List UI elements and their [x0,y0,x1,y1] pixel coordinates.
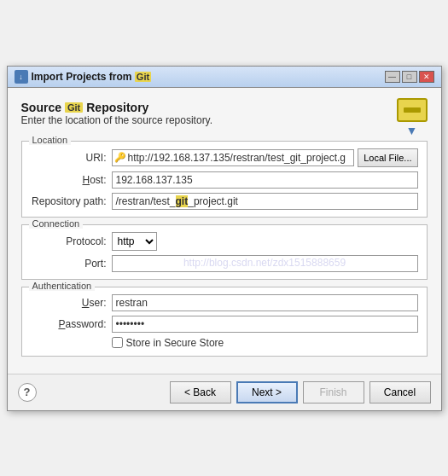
protocol-select[interactable]: http https git ssh [112,232,157,251]
section-header: Source Git Repository Enter the location… [21,98,428,137]
section-title: Source Git Repository [21,101,213,114]
repo-path-suffix: _project.git [188,195,238,207]
dialog-content: Source Git Repository Enter the location… [8,88,441,374]
password-label: Password: [31,318,112,330]
port-label: Port: [31,258,112,270]
help-button[interactable]: ? [18,383,37,402]
password-input[interactable] [112,316,418,333]
uri-label: URI: [31,152,112,164]
store-row: Store in Secure Store [31,337,418,349]
repo-path-prefix: /restran/test_ [116,195,176,207]
dialog-footer: ? < Back Next > Finish Cancel [8,374,441,410]
authentication-group: Authentication User: Password: Store [21,287,428,357]
minimize-button[interactable]: — [385,71,400,83]
repo-path-row: Repository path: /restran/test_git_proje… [31,193,418,210]
host-label: Host: [31,174,112,186]
uri-input[interactable] [128,152,352,164]
window-icon: ↓ [15,70,28,84]
repo-path-display[interactable]: /restran/test_git_project.git [112,193,418,210]
back-button[interactable]: < Back [170,381,231,403]
user-input[interactable] [112,294,418,311]
header-icon: ▼ [397,98,428,137]
connection-group-label: Connection [29,218,84,229]
title-bar: ↓ Import Projects from Git — □ ✕ [8,67,441,88]
maximize-button[interactable]: □ [402,71,417,83]
key-icon: 🔑 [114,152,126,163]
window-title: Import Projects from Git [32,71,152,83]
host-input[interactable] [112,171,418,189]
port-row: Port: http://blog.csdn.net/zdx1515888659 [31,255,418,272]
local-file-button[interactable]: Local File... [358,148,417,167]
section-subtitle: Enter the location of the source reposit… [21,114,213,126]
connection-group: Connection Protocol: http https git ssh … [21,224,428,280]
import-dialog: ↓ Import Projects from Git — □ ✕ Source … [7,66,442,411]
close-button[interactable]: ✕ [419,71,434,83]
cancel-button[interactable]: Cancel [369,381,431,403]
protocol-row: Protocol: http https git ssh [31,232,418,251]
uri-row: URI: 🔑 Local File... [31,148,418,167]
port-area: http://blog.csdn.net/zdx1515888659 [112,255,418,272]
section-title-group: Source Git Repository Enter the location… [21,101,213,135]
finish-button[interactable]: Finish [303,381,364,403]
repo-label: Repository path: [31,195,112,207]
user-label: User: [31,297,112,309]
window-controls: — □ ✕ [385,71,434,83]
footer-buttons: < Back Next > Finish Cancel [170,381,431,403]
protocol-controls: http https git ssh [112,232,160,251]
port-input[interactable] [112,255,418,272]
location-group-label: Location [29,135,72,145]
location-group: Location URI: 🔑 Local File... Host: [21,141,428,218]
auth-group-label: Authentication [29,281,96,291]
repo-path-git: git [176,195,189,207]
next-button[interactable]: Next > [236,381,298,403]
store-label[interactable]: Store in Secure Store [112,337,224,349]
arrow-icon: ▼ [406,124,418,137]
uri-input-wrapper[interactable]: 🔑 [112,149,355,166]
store-checkbox[interactable] [112,337,123,348]
host-row: Host: [31,171,418,189]
protocol-label: Protocol: [31,235,112,247]
server-icon [397,98,428,122]
user-row: User: [31,294,418,311]
title-bar-left: ↓ Import Projects from Git [15,70,152,84]
password-row: Password: [31,316,418,333]
